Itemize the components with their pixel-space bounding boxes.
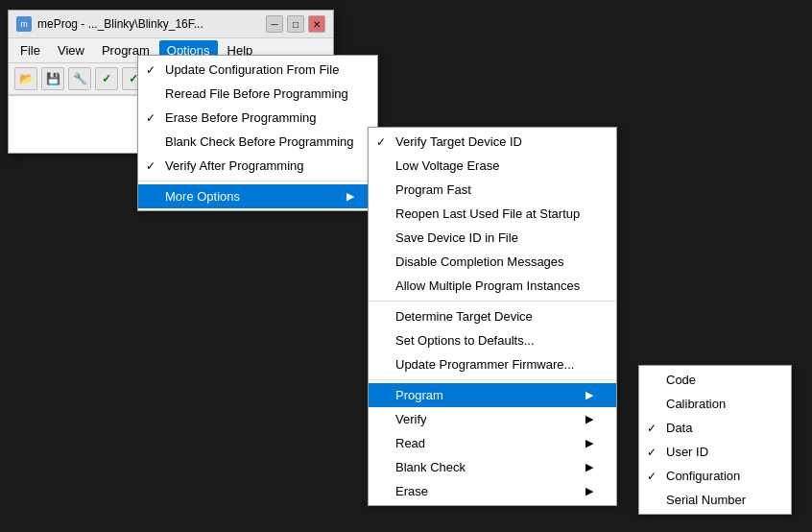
reread-file-label: Reread File Before Programming xyxy=(165,86,348,101)
determine-target-label: Determine Target Device xyxy=(395,309,533,324)
maximize-button[interactable]: □ xyxy=(287,15,304,33)
separator-3 xyxy=(369,379,616,380)
verify-target-label: Verify Target Device ID xyxy=(395,134,522,149)
update-config-item[interactable]: ✓ Update Configuration From File xyxy=(138,58,377,82)
reopen-last-item[interactable]: Reopen Last Used File at Startup xyxy=(369,202,616,226)
serial-number-label: Serial Number xyxy=(666,493,746,507)
verify-after-check: ✓ xyxy=(146,159,155,173)
verify-sub-arrow: ▶ xyxy=(570,413,593,425)
erase-sub-label: Erase xyxy=(395,484,428,498)
options-dropdown: ✓ Update Configuration From File Reread … xyxy=(137,55,378,211)
blank-check-label: Blank Check Before Programming xyxy=(165,134,354,149)
window-title: meProg - ..._Blinky\Blinky_16F... xyxy=(37,17,203,31)
menu-file[interactable]: File xyxy=(12,40,48,60)
title-controls: ─ □ ✕ xyxy=(266,15,325,33)
read-sub-item[interactable]: Read ▶ xyxy=(369,431,616,455)
calibration-label: Calibration xyxy=(666,397,726,411)
update-config-check: ✓ xyxy=(146,63,155,77)
read-sub-arrow: ▶ xyxy=(570,437,593,449)
program-submenu: Code Calibration ✓ Data ✓ User ID ✓ Conf… xyxy=(638,365,792,515)
disable-completion-label: Disable Completion Messages xyxy=(395,254,564,269)
verify-sub-label: Verify xyxy=(395,412,427,426)
user-id-label: User ID xyxy=(666,445,708,459)
update-firmware-item[interactable]: Update Programmer Firmware... xyxy=(369,352,616,376)
data-check: ✓ xyxy=(647,422,657,435)
verify-after-item[interactable]: ✓ Verify After Programming xyxy=(138,154,377,178)
data-item[interactable]: ✓ Data xyxy=(639,416,791,440)
program-sub-arrow: ▶ xyxy=(570,389,593,401)
code-item[interactable]: Code xyxy=(639,368,791,392)
disable-completion-item[interactable]: Disable Completion Messages xyxy=(369,250,616,274)
more-options-item[interactable]: More Options ▶ xyxy=(138,184,377,208)
configuration-label: Configuration xyxy=(666,469,740,483)
calibration-item[interactable]: Calibration xyxy=(639,392,791,416)
blank-check-sub-arrow: ▶ xyxy=(570,461,593,473)
verify-target-item[interactable]: ✓ Verify Target Device ID xyxy=(369,130,616,154)
more-options-label: More Options xyxy=(165,189,240,204)
low-voltage-item[interactable]: Low Voltage Erase xyxy=(369,154,616,178)
verify-after-label: Verify After Programming xyxy=(165,158,304,173)
user-id-item[interactable]: ✓ User ID xyxy=(639,440,791,464)
serial-number-item[interactable]: Serial Number xyxy=(639,488,791,512)
blank-check-item[interactable]: Blank Check Before Programming xyxy=(138,130,377,154)
erase-sub-item[interactable]: Erase ▶ xyxy=(369,479,616,503)
save-device-id-label: Save Device ID in File xyxy=(395,230,518,245)
data-label: Data xyxy=(666,421,692,435)
erase-sub-arrow: ▶ xyxy=(570,485,593,497)
update-config-label: Update Configuration From File xyxy=(165,62,339,77)
program-fast-label: Program Fast xyxy=(395,182,471,197)
minimize-button[interactable]: ─ xyxy=(266,15,283,33)
program-sub-label: Program xyxy=(395,388,443,402)
save-button[interactable]: 💾 xyxy=(41,67,64,90)
title-bar: m meProg - ..._Blinky\Blinky_16F... ─ □ … xyxy=(9,11,333,38)
close-button[interactable]: ✕ xyxy=(308,15,325,33)
verify-sub-item[interactable]: Verify ▶ xyxy=(369,407,616,431)
user-id-check: ✓ xyxy=(647,446,657,459)
app-icon: m xyxy=(16,16,32,32)
program-sub-item[interactable]: Program ▶ xyxy=(369,383,616,407)
update-firmware-label: Update Programmer Firmware... xyxy=(395,357,574,372)
verify-button[interactable]: ✓ xyxy=(95,67,118,90)
allow-multiple-label: Allow Multiple Program Instances xyxy=(395,278,580,293)
configuration-check: ✓ xyxy=(647,470,657,483)
reread-file-item[interactable]: Reread File Before Programming xyxy=(138,82,377,106)
set-defaults-item[interactable]: Set Options to Defaults... xyxy=(369,328,616,352)
verify-target-check: ✓ xyxy=(376,135,386,149)
config-button[interactable]: 🔧 xyxy=(68,67,91,90)
more-options-dropdown: ✓ Verify Target Device ID Low Voltage Er… xyxy=(368,127,617,506)
erase-before-check: ✓ xyxy=(146,111,155,125)
separator-2 xyxy=(369,301,616,302)
reopen-last-label: Reopen Last Used File at Startup xyxy=(395,206,580,221)
blank-check-sub-label: Blank Check xyxy=(395,460,466,474)
low-voltage-label: Low Voltage Erase xyxy=(395,158,499,173)
more-options-arrow: ▶ xyxy=(331,190,354,203)
configuration-item[interactable]: ✓ Configuration xyxy=(639,464,791,488)
erase-before-label: Erase Before Programming xyxy=(165,110,317,125)
save-device-id-item[interactable]: Save Device ID in File xyxy=(369,226,616,250)
erase-before-item[interactable]: ✓ Erase Before Programming xyxy=(138,106,377,130)
open-button[interactable]: 📂 xyxy=(14,67,37,90)
blank-check-sub-item[interactable]: Blank Check ▶ xyxy=(369,455,616,479)
set-defaults-label: Set Options to Defaults... xyxy=(395,333,535,348)
code-label: Code xyxy=(666,373,696,387)
determine-target-item[interactable]: Determine Target Device xyxy=(369,304,616,328)
program-fast-item[interactable]: Program Fast xyxy=(369,178,616,202)
separator-1 xyxy=(138,181,377,181)
menu-view[interactable]: View xyxy=(50,40,92,60)
read-sub-label: Read xyxy=(395,436,425,450)
allow-multiple-item[interactable]: Allow Multiple Program Instances xyxy=(369,274,616,298)
